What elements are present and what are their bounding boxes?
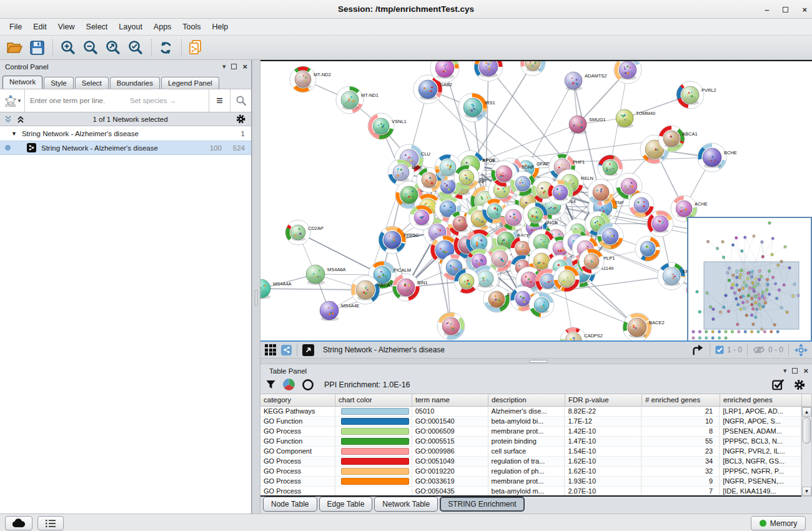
- network-view[interactable]: MT-ND2MT-ND1VSNL1GAB2IRS1ADAMTS2PVRL2TOM…: [260, 60, 812, 340]
- close-button[interactable]: ×: [802, 5, 807, 14]
- scroll-up-arrow[interactable]: ▲: [802, 407, 811, 417]
- network-node[interactable]: ADAMTS2: [565, 72, 607, 91]
- panel-menu-icon[interactable]: ▾: [783, 367, 787, 375]
- horizontal-splitter[interactable]: [260, 358, 812, 364]
- collapse-all-icon[interactable]: [4, 115, 12, 124]
- string-search-button[interactable]: [230, 89, 251, 112]
- splitter-handle[interactable]: [255, 290, 257, 306]
- save-session-button[interactable]: [27, 38, 46, 57]
- column-header-category[interactable]: category: [260, 394, 335, 407]
- tab-boundaries[interactable]: Boundaries: [110, 77, 160, 89]
- cloud-button[interactable]: [5, 516, 32, 530]
- tab-select[interactable]: Select: [75, 77, 109, 89]
- float-panel-icon[interactable]: [231, 64, 237, 69]
- table-row[interactable]: GO ProcessGO:0006509membrane prot...1.42…: [260, 427, 801, 437]
- vertical-splitter[interactable]: [252, 60, 260, 514]
- splitter-handle[interactable]: [529, 360, 548, 363]
- column-header-chart-color[interactable]: chart color: [335, 394, 412, 407]
- menu-item-layout[interactable]: Layout: [113, 19, 148, 36]
- detach-view-icon[interactable]: [302, 344, 314, 356]
- string-term-input[interactable]: [25, 96, 130, 105]
- share-view-icon[interactable]: [281, 345, 292, 355]
- network-node[interactable]: PPP5C: [377, 224, 420, 256]
- network-node[interactable]: [518, 61, 547, 77]
- close-panel-icon[interactable]: ×: [803, 366, 808, 375]
- network-node[interactable]: [588, 179, 615, 206]
- network-node[interactable]: CADPS2: [558, 325, 603, 340]
- close-panel-icon[interactable]: ×: [242, 62, 247, 71]
- enrichment-chart-icon[interactable]: [282, 378, 295, 391]
- tab-network[interactable]: Network: [2, 76, 42, 89]
- maximize-button[interactable]: [783, 7, 788, 12]
- table-row[interactable]: GO ProcessGO:0050435beta-amyloid m...2.0…: [260, 487, 801, 497]
- table-row[interactable]: GO FunctionGO:0001540beta-amyloid bi...1…: [260, 417, 801, 427]
- network-node[interactable]: VSNL1: [366, 111, 407, 142]
- open-session-button[interactable]: [5, 38, 24, 57]
- navigator-canvas[interactable]: [688, 218, 811, 340]
- column-header-fdr-p-value[interactable]: FDR p-value: [565, 394, 642, 407]
- zoom-fit-button[interactable]: [104, 38, 122, 57]
- float-panel-icon[interactable]: [792, 368, 798, 374]
- column-header-enriched-genes[interactable]: enriched genes: [720, 394, 802, 407]
- gear-icon[interactable]: [235, 114, 246, 124]
- network-node[interactable]: [471, 61, 505, 84]
- tab-string-enrichment[interactable]: STRING Enrichment: [440, 497, 524, 512]
- birds-eye-navigator[interactable]: [687, 217, 812, 342]
- select-all-checkbox-icon[interactable]: [772, 379, 785, 391]
- network-node[interactable]: BCHE: [695, 140, 736, 174]
- table-row[interactable]: GO ProcessGO:0019220regulation of ph...1…: [260, 467, 801, 477]
- string-protein-query-dropdown[interactable]: STRING ▾: [0, 89, 25, 112]
- table-row[interactable]: GO ProcessGO:0033619membrane prot...1.93…: [260, 477, 801, 487]
- tab-legend-panel[interactable]: Legend Panel: [161, 77, 219, 89]
- tab-edge-table[interactable]: Edge Table: [319, 497, 373, 512]
- tab-style[interactable]: Style: [44, 77, 74, 89]
- hidden-eye-icon[interactable]: [753, 345, 765, 355]
- table-row[interactable]: KEGG Pathways05010Alzheimer's dise...8.8…: [260, 407, 801, 417]
- panel-menu-icon[interactable]: ▾: [222, 62, 226, 71]
- column-header--enriched-genes[interactable]: # enriched genes: [642, 394, 720, 407]
- remove-chart-icon[interactable]: [302, 379, 314, 391]
- zoom-selected-button[interactable]: [126, 38, 145, 57]
- zoom-out-button[interactable]: [81, 38, 100, 57]
- filter-icon[interactable]: [265, 379, 276, 390]
- clone-network-button[interactable]: [186, 38, 205, 57]
- selected-checkbox-icon[interactable]: [715, 345, 724, 354]
- menu-item-help[interactable]: Help: [207, 19, 234, 36]
- network-node[interactable]: [635, 236, 660, 261]
- network-node[interactable]: BACE2: [620, 310, 664, 340]
- set-species-link[interactable]: Set species →: [130, 97, 209, 104]
- table-row[interactable]: GO ProcessGO:0051049regulation of tra...…: [260, 457, 801, 467]
- tab-node-table[interactable]: Node Table: [263, 497, 317, 512]
- network-node[interactable]: PVRL2: [676, 81, 716, 110]
- expand-all-icon[interactable]: [16, 115, 25, 124]
- minimize-button[interactable]: –: [765, 5, 769, 14]
- tab-network-table[interactable]: Network Table: [374, 497, 438, 512]
- network-node[interactable]: MT-ND1: [335, 85, 379, 115]
- menu-item-view[interactable]: View: [52, 19, 81, 36]
- menu-item-edit[interactable]: Edit: [27, 19, 52, 36]
- task-history-button[interactable]: [37, 516, 64, 530]
- scroll-thumb[interactable]: [803, 417, 811, 444]
- network-row-selected[interactable]: String Network - Alzheimer's disease 100…: [0, 141, 251, 155]
- grid-view-icon[interactable]: [265, 344, 276, 355]
- column-header-term-name[interactable]: term name: [412, 394, 488, 407]
- menu-item-select[interactable]: Select: [81, 19, 114, 36]
- tree-expand-icon[interactable]: ▼: [11, 131, 17, 137]
- zoom-in-button[interactable]: [59, 38, 77, 57]
- scroll-down-arrow[interactable]: ▼: [802, 487, 811, 496]
- menu-item-apps[interactable]: Apps: [148, 19, 177, 36]
- network-node[interactable]: MT-ND2: [287, 64, 331, 94]
- export-view-icon[interactable]: [691, 343, 705, 357]
- menu-item-tools[interactable]: Tools: [177, 19, 206, 36]
- network-node[interactable]: [435, 310, 467, 340]
- network-node[interactable]: SMUG1: [569, 116, 606, 134]
- network-node[interactable]: [597, 223, 623, 249]
- network-node[interactable]: TOMM40: [616, 109, 655, 128]
- network-node[interactable]: MS4A4E: [320, 301, 360, 321]
- navigator-toggle-icon[interactable]: [794, 343, 808, 357]
- table-row[interactable]: GO ComponentGO:0009986cell surface1.54E-…: [260, 447, 801, 457]
- table-scrollbar[interactable]: ▲ ▼: [801, 407, 812, 497]
- column-header-description[interactable]: description: [488, 394, 565, 407]
- memory-button[interactable]: Memory: [751, 516, 806, 530]
- refresh-network-button[interactable]: [156, 38, 175, 57]
